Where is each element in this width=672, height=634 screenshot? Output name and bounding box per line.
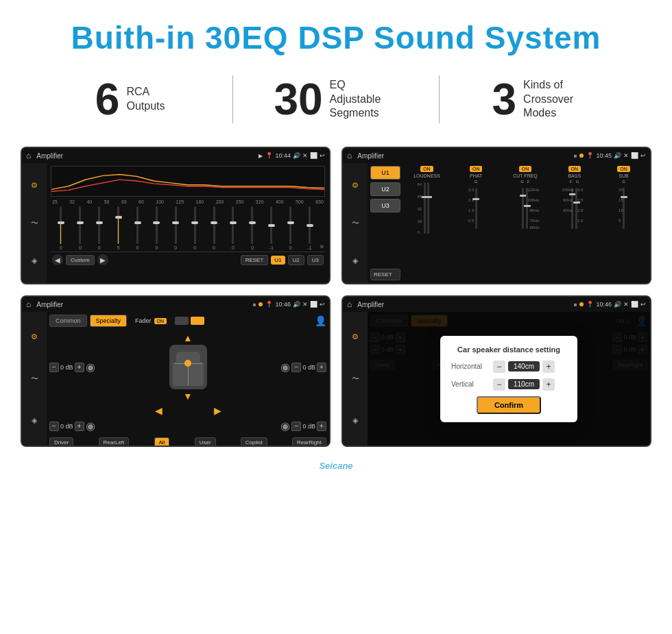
copilot-btn[interactable]: Copilot bbox=[241, 437, 267, 447]
custom-preset-btn[interactable]: Custom bbox=[66, 255, 95, 265]
fr-db: 0 dB bbox=[302, 364, 315, 371]
front-right-cell: ◉ − 0 dB + bbox=[210, 361, 327, 374]
rr-plus[interactable]: + bbox=[317, 422, 326, 431]
prev-btn[interactable]: ◀ bbox=[52, 254, 63, 265]
rear-right-cell: ◉ − 0 dB + bbox=[210, 419, 327, 432]
screen4-distance-main: Common Specialty ON ||| 👤 − 0 dB + − bbox=[368, 312, 650, 446]
dialog-horizontal-row: Horizontal − 140cm + bbox=[451, 361, 566, 373]
bass-on-btn[interactable]: ON bbox=[568, 166, 581, 172]
eq-slider-1[interactable]: 0 bbox=[71, 206, 89, 250]
eq-settings-icon-3[interactable]: ⚙ bbox=[31, 332, 38, 341]
driver-btn[interactable]: Driver bbox=[49, 437, 73, 447]
preset-u3[interactable]: U3 bbox=[370, 199, 400, 212]
horizontal-minus-btn[interactable]: − bbox=[493, 361, 505, 373]
balance-icon-2[interactable]: ◈ bbox=[352, 256, 358, 265]
balance-icon-3[interactable]: ◈ bbox=[32, 416, 37, 425]
stat-divider-2 bbox=[439, 75, 440, 123]
eq-slider-6[interactable]: 0 bbox=[167, 206, 184, 250]
fader-slider-1[interactable] bbox=[175, 317, 189, 325]
eq-settings-icon[interactable]: ⚙ bbox=[31, 181, 38, 190]
vertical-minus-btn[interactable]: − bbox=[493, 378, 505, 391]
screen3-body: ⚙ 〜 ◈ Common Specialty Fader ON 👤 bbox=[22, 312, 329, 446]
stat-eq-label: EQ AdjustableSegments bbox=[330, 78, 398, 121]
right-arrow-btn[interactable]: ▶ bbox=[214, 405, 221, 416]
bass-label: BASS bbox=[568, 173, 581, 178]
rr-minus[interactable]: − bbox=[291, 422, 301, 431]
screen4-body: ⚙ 〜 ◈ Common Specialty ON ||| 👤 − bbox=[343, 312, 650, 446]
status-dot-2 bbox=[579, 154, 584, 158]
preset-u1[interactable]: U1 bbox=[370, 166, 400, 180]
double-arrow[interactable]: » bbox=[320, 243, 324, 250]
left-arrow-btn[interactable]: ◀ bbox=[155, 405, 163, 416]
eq-slider-7[interactable]: 0 bbox=[186, 206, 204, 250]
up-arrow-btn[interactable]: ▲ bbox=[183, 332, 193, 343]
horizontal-ctrl: − 140cm + bbox=[493, 361, 555, 373]
balance-icon-4[interactable]: ◈ bbox=[352, 416, 358, 425]
reset-btn-1[interactable]: RESET bbox=[241, 255, 269, 265]
fl-plus[interactable]: + bbox=[75, 363, 84, 372]
tab-common-3[interactable]: Common bbox=[49, 315, 87, 327]
vertical-plus-btn[interactable]: + bbox=[542, 378, 555, 391]
screen2-sidebar: ⚙ 〜 ◈ bbox=[343, 163, 368, 283]
home-icon-2[interactable]: ⌂ bbox=[347, 151, 352, 160]
loudness-on-btn[interactable]: ON bbox=[420, 166, 433, 172]
eq-settings-icon-4[interactable]: ⚙ bbox=[352, 332, 359, 341]
phat-on-btn[interactable]: ON bbox=[470, 166, 483, 172]
fader-slider-2[interactable] bbox=[191, 317, 204, 325]
waveform-icon-2[interactable]: 〜 bbox=[352, 218, 359, 228]
speaker-fr-icon: ◉ bbox=[280, 361, 290, 374]
rear-right-btn[interactable]: RearRight bbox=[292, 437, 326, 447]
channel-sub: ON SUB G 20 15 10 5 bbox=[600, 166, 647, 280]
eq-slider-9[interactable]: 0 bbox=[224, 206, 242, 250]
tab-specialty-3[interactable]: Specialty bbox=[90, 315, 128, 327]
user-icon-3[interactable]: 👤 bbox=[315, 315, 326, 326]
car-center-col: ▲ ▼ bbox=[169, 332, 207, 402]
cutfreq-on-btn[interactable]: ON bbox=[519, 166, 532, 172]
fr-plus[interactable]: + bbox=[317, 363, 326, 372]
confirm-button[interactable]: Confirm bbox=[477, 396, 541, 414]
eq-slider-5[interactable]: 0 bbox=[147, 206, 165, 250]
preset-u2[interactable]: U2 bbox=[370, 182, 400, 196]
rl-plus[interactable]: + bbox=[75, 422, 84, 431]
waveform-icon[interactable]: 〜 bbox=[31, 218, 38, 228]
rec-icon-2: ■ bbox=[574, 153, 577, 159]
eq-slider-12[interactable]: 0 bbox=[282, 206, 300, 250]
eq-slider-3[interactable]: 5 bbox=[110, 206, 128, 250]
eq-slider-0[interactable]: 0 bbox=[52, 206, 70, 250]
sub-on-btn[interactable]: ON bbox=[617, 166, 630, 172]
eq-slider-10[interactable]: 0 bbox=[243, 206, 261, 250]
home-icon-3[interactable]: ⌂ bbox=[26, 300, 31, 309]
screens-grid: ⌂ Amplifier ▶ 📍 10:44 🔊 ✕ ⬜ ↩ ⚙ 〜 ◈ bbox=[0, 140, 672, 461]
balance-icon[interactable]: ◈ bbox=[32, 256, 37, 265]
next-btn[interactable]: ▶ bbox=[97, 254, 108, 265]
waveform-icon-3[interactable]: 〜 bbox=[31, 374, 38, 384]
fader-position-dot[interactable] bbox=[184, 360, 191, 367]
home-icon-4[interactable]: ⌂ bbox=[347, 300, 352, 309]
u1-btn[interactable]: U1 bbox=[271, 256, 285, 265]
watermark-text: Seicane bbox=[319, 461, 352, 471]
stat-eq-number: 30 bbox=[274, 77, 322, 121]
eq-slider-8[interactable]: 0 bbox=[205, 206, 223, 250]
channel-loudness: ON LOUDNESS 64 48 32 16 0 bbox=[403, 166, 451, 280]
fr-minus[interactable]: − bbox=[291, 363, 301, 372]
down-arrow-btn[interactable]: ▼ bbox=[183, 391, 193, 402]
screen2-channels-main: U1 U2 U3 RESET ON LOUDNESS bbox=[368, 163, 650, 283]
all-btn[interactable]: All bbox=[154, 437, 170, 447]
cutfreq-label: CUT FREQ bbox=[513, 173, 538, 178]
eq-settings-icon-2[interactable]: ⚙ bbox=[352, 181, 359, 190]
rear-left-btn[interactable]: RearLeft bbox=[99, 437, 130, 447]
eq-slider-11[interactable]: -1 bbox=[263, 206, 280, 250]
eq-labels: 253240506380100125160200250320400500630 bbox=[51, 199, 325, 204]
waveform-icon-4[interactable]: 〜 bbox=[352, 374, 359, 384]
eq-slider-4[interactable]: 0 bbox=[129, 206, 147, 250]
reset-btn-2[interactable]: RESET bbox=[370, 269, 400, 280]
eq-slider-2[interactable]: 0 bbox=[91, 206, 108, 250]
eq-slider-13[interactable]: -1 bbox=[301, 206, 319, 250]
u3-btn[interactable]: U3 bbox=[307, 255, 324, 265]
rl-minus[interactable]: − bbox=[49, 422, 59, 431]
home-icon-1[interactable]: ⌂ bbox=[26, 151, 31, 160]
u2-btn[interactable]: U2 bbox=[288, 255, 304, 265]
horizontal-plus-btn[interactable]: + bbox=[542, 361, 555, 373]
fl-minus[interactable]: − bbox=[49, 363, 59, 372]
user-btn[interactable]: User bbox=[195, 437, 216, 447]
